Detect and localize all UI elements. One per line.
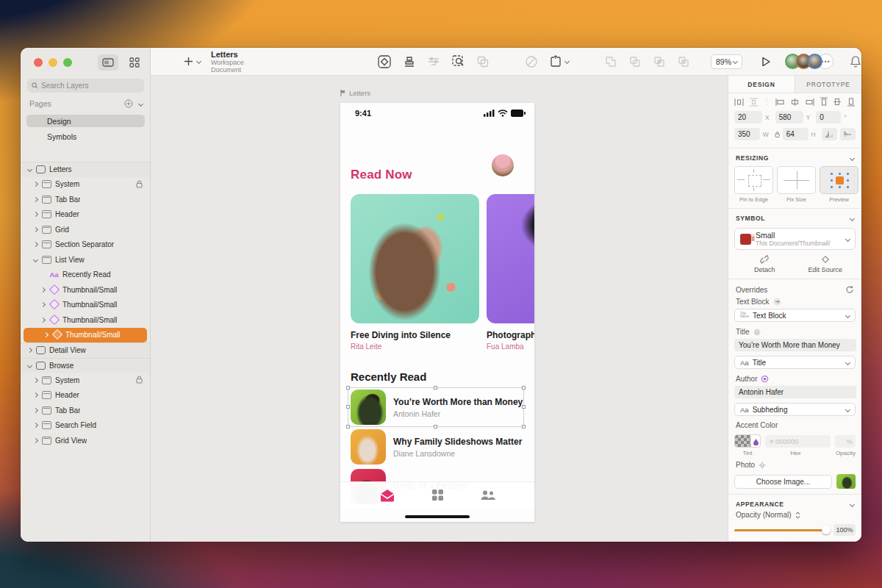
photo-preview-thumbnail[interactable] xyxy=(836,474,856,489)
title-settings-gear-icon[interactable] xyxy=(753,329,761,336)
layer-expand-chevron-icon[interactable] xyxy=(40,287,46,293)
rotation-field[interactable]: 0 xyxy=(816,111,841,123)
edit-source-button[interactable]: Edit Source xyxy=(795,255,856,273)
layer-row[interactable]: List View xyxy=(21,252,150,268)
notifications-bell-icon[interactable] xyxy=(850,55,861,68)
close-window-button[interactable] xyxy=(34,58,43,67)
layer-row[interactable]: Header xyxy=(21,207,150,223)
lock-ratio-icon[interactable] xyxy=(775,131,780,138)
accent-color-swatch[interactable] xyxy=(734,434,761,448)
zoom-window-button[interactable] xyxy=(63,58,72,67)
layer-row[interactable]: Grid xyxy=(21,222,150,237)
layer-expand-chevron-icon[interactable] xyxy=(33,378,38,383)
symbol-collapse-icon[interactable] xyxy=(850,215,855,220)
layer-expand-chevron-icon[interactable] xyxy=(33,227,38,232)
align-middle-vertical-icon[interactable] xyxy=(833,97,842,107)
layer-row[interactable]: Letters xyxy=(21,162,150,177)
text-block-dropdown[interactable]: TitleName Text Block xyxy=(734,309,856,322)
lock-icon[interactable] xyxy=(136,180,143,188)
featured-card[interactable]: Photographi Fua Lamba xyxy=(487,194,534,351)
photo-settings-gear-icon[interactable] xyxy=(759,462,766,469)
selection-handle[interactable] xyxy=(346,386,350,390)
artboard-label[interactable]: Letters xyxy=(340,89,370,97)
page-item-design[interactable]: Design xyxy=(26,115,145,127)
selection-handle[interactable] xyxy=(434,425,437,429)
tab-read-envelope-icon[interactable] xyxy=(379,489,395,502)
distribute-horizontal-icon[interactable] xyxy=(734,98,744,107)
align-left-icon[interactable] xyxy=(775,98,785,107)
align-right-icon[interactable] xyxy=(805,98,814,107)
author-override-input[interactable] xyxy=(734,386,856,398)
y-position-field[interactable]: 580 xyxy=(775,111,803,123)
layer-row[interactable]: Thumbnail/Small xyxy=(21,312,150,328)
align-bottom-icon[interactable] xyxy=(847,97,856,107)
layer-row[interactable]: Tab Bar xyxy=(21,192,150,207)
layer-expand-chevron-icon[interactable] xyxy=(33,408,38,413)
letters-artboard[interactable]: 9:41 Read Now Free Diving into Silence R… xyxy=(340,103,534,522)
resizing-collapse-icon[interactable] xyxy=(850,155,855,160)
selection-handle[interactable] xyxy=(522,386,526,390)
goto-symbol-arrow-icon[interactable] xyxy=(773,298,781,306)
recently-read-item[interactable]: You’re Worth More than MoneyAntonin Hafe… xyxy=(351,390,524,425)
layer-row[interactable]: Grid View xyxy=(21,433,150,448)
layer-row[interactable]: Thumbnail/Small xyxy=(24,328,147,343)
tab-prototype[interactable]: PROTOTYPE xyxy=(795,76,861,93)
page-item-symbols[interactable]: Symbols xyxy=(26,130,145,143)
featured-card[interactable]: Free Diving into Silence Rita Leite xyxy=(351,194,479,351)
opacity-value[interactable]: 100% xyxy=(833,524,856,536)
flip-vertical-button[interactable] xyxy=(840,128,856,140)
height-field[interactable]: 64 xyxy=(783,128,808,140)
zoom-level-dropdown[interactable]: 89% xyxy=(711,54,742,69)
align-top-icon[interactable] xyxy=(820,97,828,107)
insert-stamp-icon[interactable] xyxy=(403,55,416,68)
design-canvas[interactable]: Letters 9:41 Read Now Free Diving into S… xyxy=(151,76,728,542)
layer-expand-chevron-icon[interactable] xyxy=(33,182,38,187)
align-center-horizontal-icon[interactable] xyxy=(790,98,800,107)
tab-design[interactable]: DESIGN xyxy=(728,76,795,93)
layer-expand-chevron-icon[interactable] xyxy=(27,348,32,353)
toggle-sidebar-icon[interactable] xyxy=(98,54,118,71)
opacity-slider-knob[interactable] xyxy=(822,526,831,534)
resizing-pin-to-edge[interactable]: Pin to Edge xyxy=(734,166,773,203)
layer-expand-chevron-icon[interactable] xyxy=(40,318,46,323)
selection-handle[interactable] xyxy=(522,425,526,429)
width-field[interactable]: 350 xyxy=(734,128,760,140)
opacity-slider[interactable] xyxy=(734,526,829,534)
recently-read-item[interactable]: Why Family Slideshows MatterDiane Lansdo… xyxy=(351,429,524,465)
layer-expand-chevron-icon[interactable] xyxy=(33,197,38,202)
resizing-preview[interactable]: Preview xyxy=(820,166,858,203)
distribute-vertical-icon[interactable] xyxy=(749,98,759,107)
layer-row[interactable]: Thumbnail/Small xyxy=(21,298,150,313)
layer-expand-chevron-icon[interactable] xyxy=(33,438,38,443)
layer-expand-chevron-icon[interactable] xyxy=(40,302,46,307)
insert-plus-icon[interactable] xyxy=(184,57,193,66)
lock-icon[interactable] xyxy=(136,376,143,384)
profile-avatar[interactable] xyxy=(492,154,514,176)
insert-dropdown-icon[interactable] xyxy=(196,59,201,64)
flip-horizontal-button[interactable] xyxy=(822,128,837,140)
layer-expand-chevron-icon[interactable] xyxy=(33,242,38,247)
collapse-pages-icon[interactable] xyxy=(138,101,143,106)
layer-row[interactable]: Detail View xyxy=(21,343,150,358)
avatar[interactable] xyxy=(807,54,822,69)
title-override-input[interactable] xyxy=(734,339,856,351)
layer-row[interactable]: Tab Bar xyxy=(21,403,150,418)
author-style-dropdown[interactable]: AaSubheding xyxy=(734,403,856,416)
layer-expand-chevron-icon[interactable] xyxy=(27,363,32,368)
layer-row[interactable]: Thumbnail/Small xyxy=(21,282,150,298)
appearance-collapse-icon[interactable] xyxy=(850,501,855,506)
title-style-dropdown[interactable]: AaTitle xyxy=(734,356,856,369)
layer-row[interactable]: System xyxy=(21,373,150,388)
scale-icon[interactable] xyxy=(549,55,569,68)
selection-handle[interactable] xyxy=(346,425,350,429)
search-layers-input[interactable]: Search Layers xyxy=(27,79,144,93)
layer-row[interactable]: Browse xyxy=(21,358,150,373)
detach-symbol-button[interactable]: Detach xyxy=(734,255,795,273)
component-view-icon[interactable] xyxy=(124,54,145,71)
choose-image-button[interactable]: Choose Image... xyxy=(734,475,832,489)
reset-overrides-icon[interactable] xyxy=(845,285,854,294)
layer-expand-chevron-icon[interactable] xyxy=(27,167,32,172)
layer-expand-chevron-icon[interactable] xyxy=(33,423,38,428)
opacity-color-field[interactable]: % xyxy=(835,435,856,448)
layer-row[interactable]: System xyxy=(21,177,150,193)
